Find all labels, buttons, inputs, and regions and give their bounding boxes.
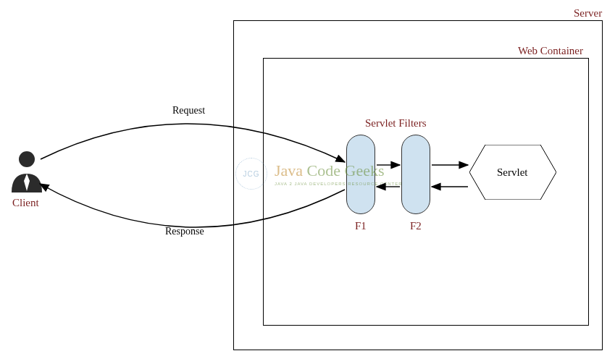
filter-f2-label: F2	[410, 220, 422, 232]
svg-point-1	[19, 151, 35, 167]
servlet-label: Servlet	[497, 166, 528, 179]
web-container-label: Web Container	[518, 45, 583, 57]
filter-f2-shape	[401, 135, 430, 214]
filter-f1-shape	[346, 135, 375, 214]
filter-f1-label: F1	[355, 220, 367, 232]
client-label: Client	[12, 197, 39, 209]
response-label: Response	[165, 226, 204, 237]
server-label: Server	[574, 7, 602, 20]
request-label: Request	[172, 105, 205, 117]
servlet-filters-label: Servlet Filters	[365, 117, 427, 130]
client-icon	[9, 149, 45, 194]
